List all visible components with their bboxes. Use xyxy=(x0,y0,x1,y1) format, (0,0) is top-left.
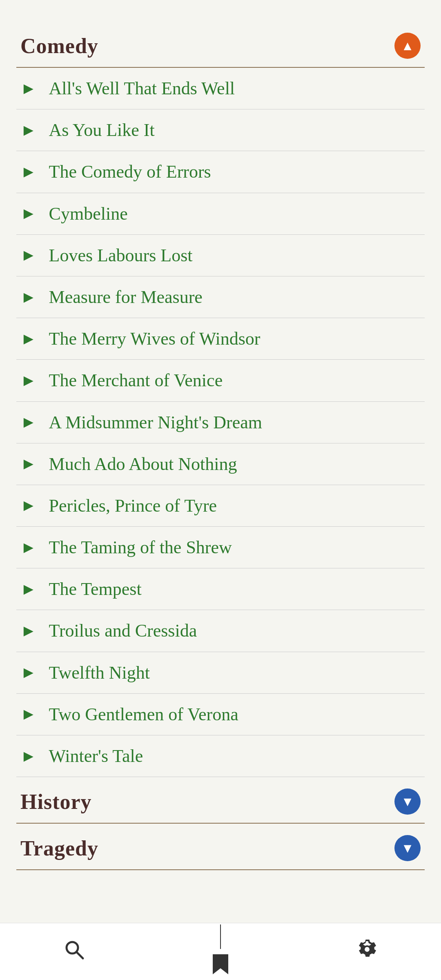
list-item[interactable]: ►As You Like It xyxy=(16,109,425,151)
list-item[interactable]: ►Troilus and Cressida xyxy=(16,610,425,652)
play-arrow-icon: ► xyxy=(20,664,37,681)
settings-nav-item[interactable] xyxy=(340,935,394,969)
list-item[interactable]: ►The Merry Wives of Windsor xyxy=(16,318,425,360)
play-arrow-icon: ► xyxy=(20,623,37,639)
list-item[interactable]: ►Cymbeline xyxy=(16,193,425,235)
svg-line-1 xyxy=(77,952,83,958)
play-title: The Taming of the Shrew xyxy=(49,536,232,559)
play-title: The Comedy of Errors xyxy=(49,160,211,183)
play-arrow-icon: ► xyxy=(20,331,37,347)
section-toggle-comedy[interactable]: ▲ xyxy=(394,33,421,59)
play-title: The Merchant of Venice xyxy=(49,369,223,392)
section-header-history[interactable]: History▼ xyxy=(16,780,425,824)
list-item[interactable]: ►Pericles, Prince of Tyre xyxy=(16,485,425,527)
play-arrow-icon: ► xyxy=(20,456,37,472)
play-title: Winter's Tale xyxy=(49,744,143,768)
section-toggle-tragedy[interactable]: ▼ xyxy=(394,835,421,861)
play-arrow-icon: ► xyxy=(20,122,37,138)
bottom-navigation xyxy=(0,923,441,980)
list-item[interactable]: ►Measure for Measure xyxy=(16,276,425,318)
settings-icon xyxy=(356,939,378,965)
page-container: Comedy▲►All's Well That Ends Well►As You… xyxy=(0,0,441,980)
play-title: As You Like It xyxy=(49,118,155,142)
list-item[interactable]: ►Much Ado About Nothing xyxy=(16,443,425,485)
section-tragedy: Tragedy▼ xyxy=(16,827,425,870)
chevron-down-icon: ▼ xyxy=(401,795,414,808)
play-arrow-icon: ► xyxy=(20,80,37,97)
play-arrow-icon: ► xyxy=(20,706,37,722)
play-arrow-icon: ► xyxy=(20,164,37,180)
play-arrow-icon: ► xyxy=(20,372,37,389)
section-comedy: Comedy▲►All's Well That Ends Well►As You… xyxy=(16,24,425,777)
play-arrow-icon: ► xyxy=(20,205,37,222)
list-item[interactable]: ►The Merchant of Venice xyxy=(16,360,425,401)
play-list-comedy: ►All's Well That Ends Well►As You Like I… xyxy=(16,68,425,777)
play-title: Twelfth Night xyxy=(49,661,150,684)
content-area: Comedy▲►All's Well That Ends Well►As You… xyxy=(0,0,441,923)
play-title: Pericles, Prince of Tyre xyxy=(49,494,217,517)
play-arrow-icon: ► xyxy=(20,539,37,556)
play-arrow-icon: ► xyxy=(20,497,37,514)
play-arrow-icon: ► xyxy=(20,414,37,430)
chevron-down-icon: ▼ xyxy=(401,842,414,855)
play-title: Much Ado About Nothing xyxy=(49,452,237,476)
play-title: Two Gentlemen of Verona xyxy=(49,703,238,726)
play-arrow-icon: ► xyxy=(20,289,37,305)
section-header-tragedy[interactable]: Tragedy▼ xyxy=(16,827,425,870)
list-item[interactable]: ►Loves Labours Lost xyxy=(16,235,425,276)
list-item[interactable]: ►The Tempest xyxy=(16,568,425,610)
section-title-comedy: Comedy xyxy=(20,34,98,58)
section-toggle-history[interactable]: ▼ xyxy=(394,788,421,815)
list-item[interactable]: ►A Midsummer Night's Dream xyxy=(16,402,425,443)
play-arrow-icon: ► xyxy=(20,748,37,764)
play-arrow-icon: ► xyxy=(20,247,37,263)
chevron-up-icon: ▲ xyxy=(401,39,414,52)
play-title: The Tempest xyxy=(49,577,142,601)
list-item[interactable]: ►Two Gentlemen of Verona xyxy=(16,694,425,735)
play-arrow-icon: ► xyxy=(20,581,37,597)
play-title: The Merry Wives of Windsor xyxy=(49,327,261,350)
bookmark-icon xyxy=(212,953,229,979)
bookmark-divider xyxy=(220,924,221,949)
section-header-comedy[interactable]: Comedy▲ xyxy=(16,24,425,68)
search-icon xyxy=(63,939,85,965)
play-title: A Midsummer Night's Dream xyxy=(49,411,262,434)
list-item[interactable]: ►The Comedy of Errors xyxy=(16,151,425,193)
play-title: Loves Labours Lost xyxy=(49,244,193,267)
play-title: All's Well That Ends Well xyxy=(49,77,235,100)
play-title: Cymbeline xyxy=(49,202,128,225)
search-nav-item[interactable] xyxy=(47,935,101,969)
section-title-history: History xyxy=(20,790,92,814)
list-item[interactable]: ►All's Well That Ends Well xyxy=(16,68,425,109)
list-item[interactable]: ►Twelfth Night xyxy=(16,652,425,694)
play-title: Troilus and Cressida xyxy=(49,619,197,642)
section-history: History▼ xyxy=(16,780,425,824)
bookmark-nav-item[interactable] xyxy=(195,920,246,980)
play-title: Measure for Measure xyxy=(49,285,203,309)
section-title-tragedy: Tragedy xyxy=(20,836,98,860)
list-item[interactable]: ►Winter's Tale xyxy=(16,735,425,777)
list-item[interactable]: ►The Taming of the Shrew xyxy=(16,527,425,568)
